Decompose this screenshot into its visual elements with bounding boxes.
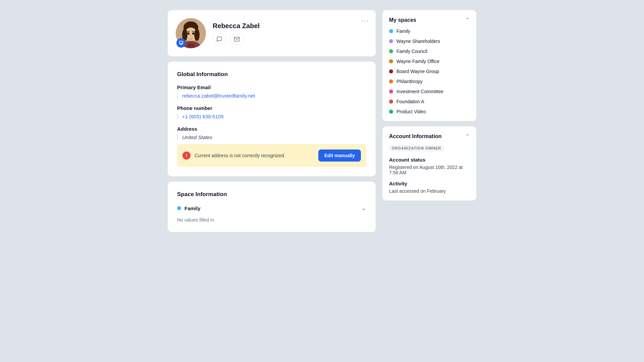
space-item-label: Investment Committee — [396, 89, 443, 94]
avatar-badge — [176, 38, 186, 48]
email-button[interactable] — [230, 34, 244, 45]
profile-actions — [213, 34, 368, 45]
space-item-label: Wayne Shareholders — [396, 39, 440, 44]
spaces-list: Family Wayne Shareholders Family Council… — [389, 28, 470, 114]
account-info-collapse-button[interactable]: ⌃ — [465, 133, 470, 139]
comment-button[interactable] — [213, 34, 226, 45]
sidebar-space-item-3[interactable]: Wayne Family Office — [389, 59, 470, 64]
address-warning: ! Current address is not correctly recog… — [177, 144, 366, 167]
space-item-label: Family — [396, 28, 410, 34]
phone-label: Phone number — [177, 105, 366, 111]
space-collapse-button[interactable]: ⌄ — [361, 204, 366, 212]
edit-manually-button[interactable]: Edit manually — [318, 149, 361, 162]
space-bullet — [389, 110, 393, 114]
sidebar-space-item-6[interactable]: Investment Committee — [389, 89, 470, 94]
space-item-label: Product Video — [396, 109, 426, 114]
space-bullet — [389, 100, 393, 104]
space-bullet — [389, 89, 393, 94]
space-name-label: Family — [184, 205, 201, 211]
space-item-label: Foundation A — [396, 99, 424, 104]
address-value: United States — [177, 134, 366, 140]
warning-icon: ! — [182, 152, 191, 160]
space-bullet — [389, 79, 393, 83]
sidebar-space-item-2[interactable]: Family Council — [389, 49, 470, 54]
space-item-label: Wayne Family Office — [396, 59, 439, 64]
space-name: Family — [177, 205, 201, 211]
phone-value[interactable]: +1 (605) 630-5105 — [177, 114, 366, 119]
svg-rect-11 — [180, 44, 182, 45]
svg-point-4 — [194, 29, 200, 41]
more-options-button[interactable]: ··· — [361, 17, 369, 24]
account-info-header: Account Information ⌃ — [389, 133, 470, 139]
svg-point-7 — [192, 33, 194, 35]
my-spaces-collapse-button[interactable]: ⌃ — [465, 17, 470, 23]
warning-text: Current address is not correctly recogni… — [195, 153, 314, 158]
account-status-label: Account status — [389, 157, 470, 163]
no-values-text: No values filled in. — [177, 217, 366, 223]
sidebar-space-item-0[interactable]: Family — [389, 28, 470, 34]
sidebar-space-item-8[interactable]: Product Video — [389, 109, 470, 114]
space-bullet — [389, 49, 393, 53]
activity-value: Last accessed on February — [389, 188, 470, 194]
main-content: Rebecca Zabel ··· Global Information Pr — [168, 10, 376, 352]
space-item-label: Family Council — [396, 49, 427, 54]
org-badge: ORGANIZATION OWNER — [389, 145, 444, 152]
sidebar-space-item-1[interactable]: Wayne Shareholders — [389, 39, 470, 44]
space-color-dot — [177, 206, 181, 210]
space-bullet — [389, 29, 393, 33]
profile-info: Rebecca Zabel — [213, 22, 368, 45]
profile-card: Rebecca Zabel ··· — [168, 10, 376, 56]
my-spaces-title: My spaces — [389, 17, 416, 23]
email-value[interactable]: rebecca.zabel@trustedfamily.net — [177, 93, 366, 99]
avatar-wrapper — [176, 18, 206, 48]
space-bullet — [389, 69, 393, 73]
account-status-value: Registered on August 10th, 2022 at 7:58 … — [389, 165, 470, 175]
account-info-title: Account Information — [389, 133, 441, 139]
profile-name: Rebecca Zabel — [213, 22, 368, 30]
svg-rect-9 — [180, 42, 182, 43]
global-info-card: Global Information Primary Email rebecca… — [168, 62, 376, 176]
sidebar-space-item-4[interactable]: Board Wayne Group — [389, 69, 470, 74]
sidebar-space-item-5[interactable]: Philanthropy — [389, 79, 470, 84]
space-bullet — [389, 39, 393, 43]
svg-point-6 — [187, 33, 190, 35]
my-spaces-header: My spaces ⌃ — [389, 17, 470, 23]
global-info-title: Global Information — [177, 71, 366, 78]
space-info-title: Space Information — [177, 191, 366, 198]
space-bullet — [389, 59, 393, 63]
space-info-card: Space Information Family ⌄ No values fil… — [168, 182, 376, 232]
sidebar-space-item-7[interactable]: Foundation A — [389, 99, 470, 104]
sidebar: My spaces ⌃ Family Wayne Shareholders Fa… — [382, 10, 476, 352]
address-label: Address — [177, 126, 366, 132]
account-info-card: Account Information ⌃ ORGANIZATION OWNER… — [382, 126, 476, 200]
space-item-label: Philanthropy — [396, 79, 423, 84]
my-spaces-card: My spaces ⌃ Family Wayne Shareholders Fa… — [382, 10, 476, 121]
activity-label: Activity — [389, 181, 470, 186]
space-item-label: Board Wayne Group — [396, 69, 439, 74]
space-row: Family ⌄ — [177, 204, 366, 212]
email-label: Primary Email — [177, 84, 366, 90]
